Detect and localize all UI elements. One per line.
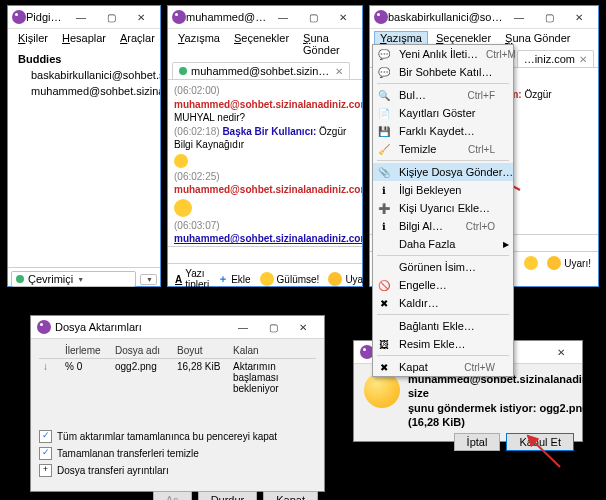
shortcut: Ctrl+M xyxy=(486,49,516,60)
titlebar[interactable]: baskabirkullanici@sohbet.sizin… — ▢ ✕ xyxy=(370,6,598,29)
close-button[interactable]: ✕ xyxy=(564,7,594,27)
window-title: Dosya Aktarımları xyxy=(55,321,228,333)
minimize-button[interactable]: — xyxy=(268,7,298,27)
smile-emoji-icon xyxy=(174,154,188,168)
menu-label: Farklı Kaydet… xyxy=(399,125,475,137)
menubar: Kişiler Hesaplar Araçlar Yardım xyxy=(8,29,160,47)
smiley-button[interactable]: Gülümse! xyxy=(257,271,323,287)
chat-toolbar: AYazı tipleri ＋Ekle Gülümse! Uyarı! xyxy=(168,263,362,294)
accept-button[interactable]: Kabul Et xyxy=(506,433,574,451)
menu-item[interactable]: ℹİlgi Bekleyen xyxy=(373,181,513,199)
close-button[interactable]: ✕ xyxy=(126,7,156,27)
titlebar[interactable]: Pidgin - Kişi … — ▢ ✕ xyxy=(8,6,160,29)
titlebar[interactable]: Dosya Aktarımları — ▢ ✕ xyxy=(31,316,324,339)
menu-options[interactable]: Seçenekler xyxy=(430,31,497,45)
button-row: İptal Kabul Et xyxy=(354,431,582,457)
close-tab-icon[interactable]: ✕ xyxy=(579,54,587,65)
log-icon: 📄 xyxy=(377,106,391,120)
menu-options[interactable]: Seçenekler xyxy=(228,31,295,57)
chk-label: Tamamlanan transferleri temizle xyxy=(57,448,199,459)
submenu-arrow-icon: ▶ xyxy=(503,240,509,249)
menu-sendto[interactable]: Şuna Gönder xyxy=(297,31,358,57)
menu-item[interactable]: 📄Kayıtları Göster xyxy=(373,104,513,122)
menu-item[interactable]: 🖼Resim Ekle… xyxy=(373,335,513,353)
window-title: Pidgin - Kişi … xyxy=(26,11,66,23)
image-icon: 🖼 xyxy=(377,337,391,351)
stop-button[interactable]: Durdur xyxy=(198,491,258,500)
block-icon: 🚫 xyxy=(377,278,391,292)
menu-item[interactable]: ✖Kaldır… xyxy=(373,294,513,312)
plus-icon: ＋ xyxy=(218,272,228,286)
menu-conversation[interactable]: Yazışma xyxy=(374,31,428,45)
cancel-button[interactable]: İptal xyxy=(454,433,501,451)
titlebar[interactable]: muhammed@sohbet.sizinalan… — ▢ ✕ xyxy=(168,6,362,29)
close-button[interactable]: ✕ xyxy=(328,7,358,27)
col-filename[interactable]: Dosya adı xyxy=(111,343,173,358)
close-button[interactable]: ✕ xyxy=(546,342,576,362)
warn-button[interactable]: Uyarı! xyxy=(544,255,594,271)
menu-item[interactable]: 💬Bir Sohbete Katıl… xyxy=(373,63,513,81)
close-tab-icon[interactable]: ✕ xyxy=(335,66,343,77)
close-dialog-button[interactable]: Kapat xyxy=(263,491,318,500)
group-header[interactable]: Buddies xyxy=(12,51,156,67)
menu-item[interactable]: Daha Fazla▶ xyxy=(373,235,513,253)
menu-item[interactable]: Görünen İsim… xyxy=(373,258,513,276)
buddy-label: muhammed@sohbet.sizinalana… xyxy=(31,85,160,97)
font-icon: A xyxy=(175,274,182,285)
maximize-button[interactable]: ▢ xyxy=(298,7,328,27)
chat-input[interactable] xyxy=(168,246,362,263)
menu-item[interactable]: 📎Kişiye Dosya Gönder… xyxy=(373,163,513,181)
status-action-button[interactable]: ▼ xyxy=(140,274,157,285)
menu-item[interactable]: 🚫Engelle… xyxy=(373,276,513,294)
menu-item[interactable]: 💬Yeni Anlık İleti…Ctrl+M xyxy=(373,45,513,63)
table-row[interactable]: ↓ % 0 ogg2.png 16,28 KiB Aktarımın başla… xyxy=(39,359,316,396)
pidgin-icon xyxy=(172,10,186,24)
open-button[interactable]: Aç xyxy=(153,491,192,500)
checkbox-close-on-finish[interactable]: ✓Tüm aktarımlar tamamlanınca bu pencerey… xyxy=(39,430,316,443)
menu-item[interactable]: ℹBilgi Al…Ctrl+O xyxy=(373,217,513,235)
maximize-button[interactable]: ▢ xyxy=(96,7,126,27)
menu-item[interactable]: Bağlantı Ekle… xyxy=(373,317,513,335)
shortcut: Ctrl+W xyxy=(464,362,495,373)
menu-accounts[interactable]: Hesaplar xyxy=(56,31,112,45)
menu-item[interactable]: 🧹TemizleCtrl+L xyxy=(373,140,513,158)
user-link[interactable]: muhammed@sohbet.sizinalanadiniz.com xyxy=(174,233,362,244)
minimize-button[interactable]: — xyxy=(504,7,534,27)
status-selector[interactable]: Çevrimiçi ▼ xyxy=(11,271,136,287)
timestamp: (06:02:00) xyxy=(174,85,220,96)
buddy-item[interactable]: muhammed@sohbet.sizinalana… xyxy=(12,83,156,99)
tab-conversation[interactable]: muhammed@sohbet.sizinalanadiniz.com ✕ xyxy=(172,62,350,79)
font-button[interactable]: AYazı tipleri xyxy=(172,267,212,291)
maximize-button[interactable]: ▢ xyxy=(534,7,564,27)
minimize-button[interactable]: — xyxy=(66,7,96,27)
insert-button[interactable]: ＋Ekle xyxy=(215,271,253,287)
col-size[interactable]: Boyut xyxy=(173,343,229,358)
col-progress[interactable]: İlerleme xyxy=(61,343,111,358)
menu-item[interactable]: 💾Farklı Kaydet… xyxy=(373,122,513,140)
close-button[interactable]: ✕ xyxy=(288,317,318,337)
smiley-button[interactable] xyxy=(521,255,541,271)
expand-details[interactable]: +Dosya transferi ayrıntıları xyxy=(39,464,316,477)
window-title: baskabirkullanici@sohbet.sizin… xyxy=(388,11,504,23)
warn-button[interactable]: Uyarı! xyxy=(325,271,375,287)
chat-window-1: muhammed@sohbet.sizinalan… — ▢ ✕ Yazışma… xyxy=(167,5,363,287)
menu-item[interactable]: ✖KapatCtrl+W xyxy=(373,358,513,376)
tab-conversation[interactable]: …iniz.com ✕ xyxy=(517,50,594,67)
menu-item[interactable]: 🔍Bul…Ctrl+F xyxy=(373,86,513,104)
menu-label: Kişiye Dosya Gönder… xyxy=(399,166,513,178)
menu-sendto[interactable]: Şuna Gönder xyxy=(499,31,576,45)
maximize-button[interactable]: ▢ xyxy=(258,317,288,337)
minimize-button[interactable]: — xyxy=(228,317,258,337)
chk-label: Dosya transferi ayrıntıları xyxy=(57,465,169,476)
dialog-message: muhammed@sohbet.sizinalanadiniz.com size… xyxy=(408,372,606,429)
chk-label: Tüm aktarımlar tamamlanınca bu pencereyi… xyxy=(57,431,277,442)
tab-row: muhammed@sohbet.sizinalanadiniz.com ✕ xyxy=(168,59,362,80)
menu-contacts[interactable]: Kişiler xyxy=(12,31,54,45)
menu-conversation[interactable]: Yazışma xyxy=(172,31,226,57)
cell-progress: % 0 xyxy=(61,359,111,396)
menu-tools[interactable]: Araçlar xyxy=(114,31,161,45)
checkbox-clear-finished[interactable]: ✓Tamamlanan transferleri temizle xyxy=(39,447,316,460)
col-remaining[interactable]: Kalan xyxy=(229,343,316,358)
menu-item[interactable]: ➕Kişi Uyarıcı Ekle… xyxy=(373,199,513,217)
buddy-item[interactable]: baskabirkullanici@sohbet.sizin… xyxy=(12,67,156,83)
